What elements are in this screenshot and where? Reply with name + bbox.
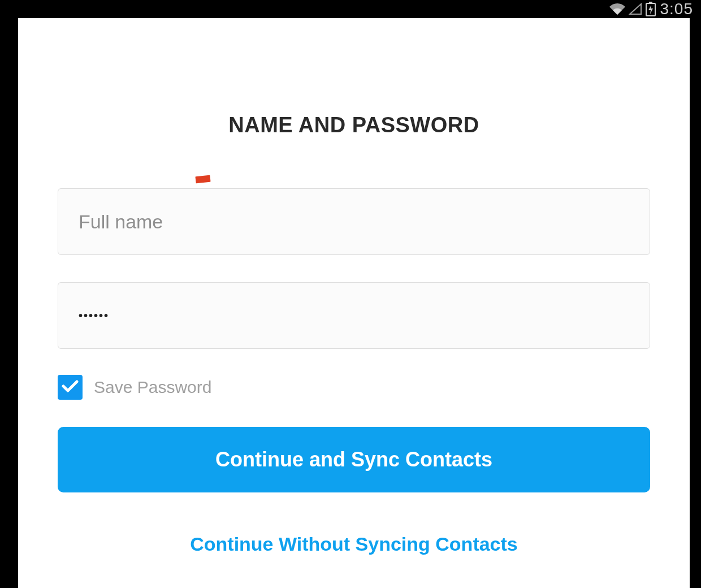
wifi-icon — [609, 3, 625, 15]
check-icon — [62, 379, 79, 395]
annotation-mark — [195, 175, 210, 184]
cell-signal-icon — [629, 3, 642, 15]
save-password-checkbox[interactable] — [58, 375, 83, 400]
battery-charging-icon — [646, 2, 656, 16]
page-content: NAME AND PASSWORD Save Password Continu — [18, 18, 690, 588]
save-password-label: Save Password — [94, 378, 211, 397]
continue-sync-button[interactable]: Continue and Sync Contacts — [58, 427, 650, 492]
status-bar: 3:05 — [0, 0, 701, 18]
page-title: NAME AND PASSWORD — [58, 113, 650, 137]
scrollbar[interactable] — [690, 18, 693, 588]
svg-rect-1 — [649, 2, 652, 3]
status-time: 3:05 — [660, 0, 694, 18]
primary-button-label: Continue and Sync Contacts — [215, 448, 492, 472]
continue-without-sync-button[interactable]: Continue Without Syncing Contacts — [58, 533, 650, 555]
password-input[interactable] — [58, 282, 650, 349]
full-name-input[interactable] — [58, 188, 650, 255]
secondary-button-label: Continue Without Syncing Contacts — [190, 533, 518, 555]
